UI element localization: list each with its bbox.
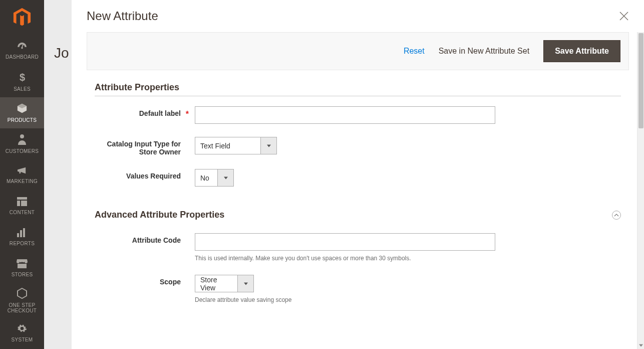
svg-rect-6 xyxy=(21,201,27,206)
dollar-icon: $ xyxy=(19,72,26,84)
chevron-down-icon xyxy=(217,169,233,186)
sidebar-item-label: CONTENT xyxy=(10,210,35,215)
sidebar-item-label: MARKETING xyxy=(7,179,38,184)
select-value: No xyxy=(195,169,217,186)
field-label: Attribute Code xyxy=(95,233,195,244)
svg-rect-4 xyxy=(17,197,27,200)
chevron-down-icon xyxy=(260,137,276,154)
person-icon xyxy=(18,134,26,146)
section-title: Attribute Properties xyxy=(95,82,179,93)
svg-text:$: $ xyxy=(20,72,25,83)
save-in-new-set-button[interactable]: Save in New Attribute Set xyxy=(439,47,529,56)
sidebar-item-onestepcheckout[interactable]: ONE STEP CHECKOUT xyxy=(0,284,44,317)
storefront-icon xyxy=(17,259,28,270)
helper-text: This is used internally. Make sure you d… xyxy=(195,255,621,262)
scope-select[interactable]: Store View xyxy=(195,275,254,292)
sidebar-item-system[interactable]: SYSTEM xyxy=(0,317,44,348)
sidebar-item-marketing[interactable]: MARKETING xyxy=(0,159,44,191)
close-icon[interactable] xyxy=(619,11,629,21)
modal-body: Reset Save in New Attribute Set Save Att… xyxy=(87,32,629,349)
attribute-properties-section: Attribute Properties Default label Catal… xyxy=(87,82,629,187)
sidebar-item-content[interactable]: CONTENT xyxy=(0,191,44,222)
modal-title: New Attribute xyxy=(87,9,158,23)
field-default-label: Default label xyxy=(95,106,621,124)
chevron-up-icon xyxy=(614,213,619,218)
values-required-select[interactable]: No xyxy=(195,169,234,187)
svg-rect-7 xyxy=(17,233,19,237)
section-title: Advanced Attribute Properties xyxy=(95,210,224,220)
svg-rect-1 xyxy=(22,45,24,48)
sidebar-item-customers[interactable]: CUSTOMERS xyxy=(0,128,44,159)
field-attribute-code: Attribute Code This is used internally. … xyxy=(95,233,621,262)
select-value: Text Field xyxy=(195,137,260,154)
sidebar-item-label: SYSTEM xyxy=(12,337,33,342)
svg-rect-5 xyxy=(17,201,20,206)
default-label-input[interactable] xyxy=(195,106,495,124)
save-attribute-button[interactable]: Save Attribute xyxy=(543,40,620,62)
field-scope: Scope Store View Declare attribute value… xyxy=(95,275,621,303)
sidebar-item-stores[interactable]: STORES xyxy=(0,253,44,284)
magento-logo-icon xyxy=(13,8,31,27)
sidebar-item-label: CUSTOMERS xyxy=(6,148,39,154)
svg-rect-9 xyxy=(23,228,25,237)
modal-action-bar: Reset Save in New Attribute Set Save Att… xyxy=(87,32,629,70)
sidebar-item-label: PRODUCTS xyxy=(8,117,37,123)
sidebar-item-label: SALES xyxy=(14,86,31,92)
sidebar-item-reports[interactable]: REPORTS xyxy=(0,222,44,253)
field-label: Values Required xyxy=(95,169,195,180)
input-type-select[interactable]: Text Field xyxy=(195,137,277,154)
chevron-down-icon xyxy=(237,275,253,292)
magento-logo[interactable] xyxy=(0,0,44,35)
sidebar-item-dashboard[interactable]: DASHBOARD xyxy=(0,35,44,66)
collapse-toggle[interactable] xyxy=(612,211,621,220)
scrollbar[interactable] xyxy=(637,32,644,349)
sidebar-item-label: ONE STEP CHECKOUT xyxy=(0,302,44,313)
cube-icon xyxy=(17,103,28,115)
field-label: Catalog Input Type for Store Owner xyxy=(95,137,195,156)
svg-point-0 xyxy=(21,47,23,49)
dashboard-icon xyxy=(17,42,28,52)
attribute-code-input[interactable] xyxy=(195,233,495,251)
admin-sidebar: DASHBOARD $ SALES PRODUCTS CUSTOMERS MAR… xyxy=(0,0,44,349)
svg-point-3 xyxy=(20,134,24,138)
sidebar-item-products[interactable]: PRODUCTS xyxy=(0,97,44,128)
scrollbar-down-arrow[interactable] xyxy=(637,342,644,349)
sidebar-item-label: REPORTS xyxy=(10,241,35,246)
field-label: Scope xyxy=(95,275,195,286)
reset-button[interactable]: Reset xyxy=(404,47,425,56)
advanced-attribute-properties-section: Advanced Attribute Properties Attribute … xyxy=(87,210,629,303)
hexagon-icon xyxy=(17,288,27,300)
gear-icon xyxy=(17,323,27,335)
sidebar-item-label: DASHBOARD xyxy=(6,54,39,60)
modal-header: New Attribute xyxy=(72,0,644,32)
scrollbar-thumb[interactable] xyxy=(638,33,643,128)
sidebar-item-label: STORES xyxy=(12,272,33,277)
sidebar-item-sales[interactable]: $ SALES xyxy=(0,66,44,97)
megaphone-icon xyxy=(17,166,28,177)
layout-icon xyxy=(17,197,27,208)
field-label: Default label xyxy=(95,106,195,117)
field-values-required: Values Required No xyxy=(95,169,621,187)
new-attribute-modal: New Attribute Reset Save in New Attribut… xyxy=(72,0,644,349)
select-value: Store View xyxy=(195,275,237,292)
field-input-type: Catalog Input Type for Store Owner Text … xyxy=(95,137,621,156)
bar-chart-icon xyxy=(17,228,27,239)
helper-text: Declare attribute value saving scope xyxy=(195,296,621,303)
svg-rect-8 xyxy=(20,230,22,237)
